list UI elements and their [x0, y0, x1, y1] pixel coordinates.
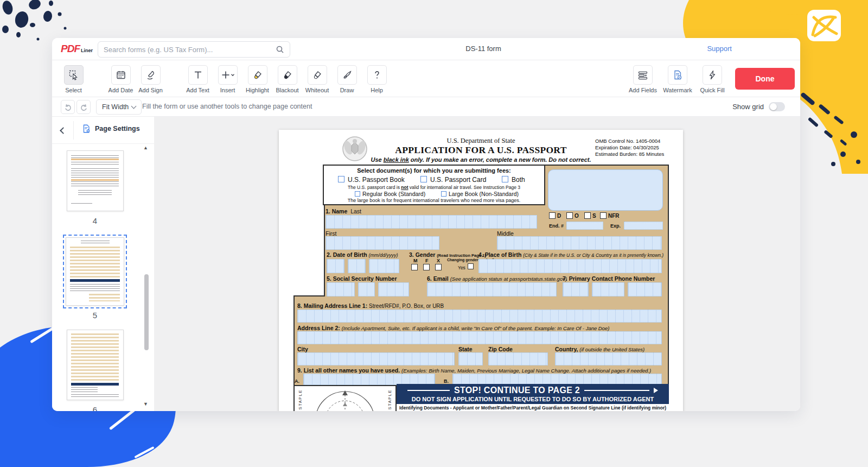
main-toolbar: Select Add Date Add Sign	[52, 60, 800, 97]
thumbnail-page-5[interactable]: 5	[66, 237, 124, 320]
passport-book-checkbox[interactable]	[338, 176, 344, 182]
code-nfr-checkbox[interactable]	[600, 212, 607, 219]
identifying-documents-label: Identifying Documents - Applicant or Mot…	[397, 404, 669, 411]
first-name-field[interactable]	[326, 236, 439, 250]
draw-tool-button[interactable]: Draw	[332, 65, 362, 93]
collapse-sidebar-button[interactable]	[56, 124, 69, 137]
zoom-mode-dropdown[interactable]: Fit Width	[96, 99, 142, 115]
dob-year-field[interactable]	[369, 259, 399, 273]
scrollbar-thumb[interactable]	[144, 274, 149, 350]
code-o-checkbox[interactable]	[566, 212, 573, 219]
ssn-field-2[interactable]	[358, 282, 375, 296]
ssn-field-3[interactable]	[378, 282, 409, 296]
add-date-tool-button[interactable]: Add Date	[106, 65, 136, 93]
insert-plus-icon	[221, 70, 235, 80]
add-sign-tool-button[interactable]: Add Sign	[136, 65, 165, 93]
other-name-a-field[interactable]	[303, 374, 435, 385]
gender-m-checkbox[interactable]	[411, 264, 418, 270]
undo-button[interactable]	[61, 100, 75, 114]
select-tool-button[interactable]: Select	[59, 65, 88, 93]
app-header: PDF Liner DS-11 form Support	[52, 38, 800, 60]
last-name-field[interactable]	[326, 215, 537, 229]
signature-pen-icon	[145, 70, 156, 80]
quick-fill-tool-button[interactable]: Quick Fill	[696, 65, 729, 93]
search-icon[interactable]	[276, 45, 284, 54]
done-button[interactable]: Done	[735, 68, 795, 90]
page-number: 6	[93, 405, 97, 411]
logo-pdf-text: PDF	[61, 43, 80, 55]
address-line2-field[interactable]	[297, 331, 662, 344]
dob-month-field[interactable]	[327, 259, 344, 273]
add-fields-tool-button[interactable]: Add Fields	[627, 65, 659, 93]
support-link[interactable]: Support	[707, 45, 732, 53]
card-note: The U.S. passport card is not valid for …	[324, 185, 544, 190]
watermark-tool-button[interactable]: Watermark	[661, 65, 694, 93]
watermark-icon	[672, 70, 683, 80]
state-field[interactable]	[458, 352, 483, 365]
passport-book-label: U.S. Passport Book	[348, 176, 405, 184]
barcode-field[interactable]	[548, 169, 663, 211]
show-grid-toggle[interactable]	[769, 102, 785, 111]
exp-field[interactable]	[624, 222, 663, 230]
dob-day-field[interactable]	[348, 259, 366, 273]
pdfliner-logo[interactable]: PDF Liner	[61, 43, 93, 55]
country-field[interactable]	[555, 352, 662, 365]
both-checkbox[interactable]	[502, 176, 508, 182]
phone-section-label: 7. Primary Contact Phone Number	[563, 275, 655, 282]
gender-yes-label: Yes	[458, 265, 465, 270]
redo-button[interactable]	[76, 100, 91, 114]
search-input[interactable]	[104, 46, 276, 54]
city-field[interactable]	[297, 352, 455, 365]
page-number: 5	[93, 311, 97, 320]
other-names-section-label: 9. List all other names you have used. (…	[297, 367, 651, 374]
code-d-checkbox[interactable]	[549, 212, 556, 219]
phone-field-3[interactable]	[628, 282, 662, 296]
thumbnail-page-6[interactable]: 6	[67, 330, 124, 411]
gender-f-checkbox[interactable]	[423, 264, 430, 270]
lightning-icon	[707, 70, 718, 80]
phone-field-1[interactable]	[563, 282, 589, 296]
code-s-checkbox[interactable]	[584, 212, 591, 219]
large-book-checkbox[interactable]	[441, 191, 446, 197]
ssn-field-1[interactable]	[327, 282, 355, 296]
help-tool-button[interactable]: Help	[362, 65, 392, 93]
insert-tool-button[interactable]: Insert	[213, 65, 242, 93]
document-title: DS-11 form	[432, 45, 535, 53]
pob-section-label: 4. Place of Birth (City & State if in th…	[478, 251, 663, 258]
thumbnail-page-4[interactable]: 4	[67, 150, 124, 225]
zip-field[interactable]	[488, 352, 548, 365]
secondary-toolbar: Fit Width Fill the form or use another t…	[52, 97, 800, 117]
ssn-section-label: 5. Social Security Number	[327, 275, 397, 282]
code-o-label: O	[575, 213, 579, 219]
redo-icon	[80, 103, 88, 111]
end-number-field[interactable]	[566, 222, 603, 230]
whiteout-tool-button[interactable]: Whiteout	[302, 65, 332, 93]
name-section-label: 1. Name Last	[326, 208, 361, 214]
middle-name-field[interactable]	[497, 236, 662, 250]
scroll-down-icon[interactable]: ▼	[143, 401, 148, 407]
country-label: Country, (if outside the United States)	[555, 346, 644, 352]
code-s-label: S	[592, 213, 596, 219]
large-book-label: Large Book (Non-Standard)	[449, 191, 519, 197]
highlight-tool-button[interactable]: Highlight	[242, 65, 272, 93]
email-field[interactable]	[427, 282, 557, 296]
gender-x-checkbox[interactable]	[435, 264, 442, 270]
page-settings-button[interactable]: Page Settings	[81, 124, 140, 134]
thumbnail-scrollbar[interactable]: ▲ ▼	[142, 144, 151, 408]
other-name-b-field[interactable]	[452, 374, 662, 385]
add-text-tool-button[interactable]: Add Text	[183, 65, 213, 93]
passport-card-label: U.S. Passport Card	[430, 176, 486, 184]
email-section-label: 6. Email (See application status at pass…	[427, 275, 567, 282]
place-of-birth-field[interactable]	[478, 259, 662, 273]
scroll-up-icon[interactable]: ▲	[143, 145, 148, 150]
undo-icon	[64, 103, 72, 111]
blackout-tool-button[interactable]: Blackout	[272, 65, 302, 93]
changing-gender-yes-checkbox[interactable]	[468, 263, 474, 269]
chevron-down-icon	[131, 104, 137, 109]
regular-book-checkbox[interactable]	[355, 191, 360, 197]
address-line1-field[interactable]	[297, 310, 662, 323]
address1-section-label: 8. Mailing Address Line 1: Street/RFD#, …	[297, 302, 444, 309]
passport-card-checkbox[interactable]	[420, 176, 427, 182]
address2-section-label: Address Line 2: (Include Apartment, Suit…	[297, 325, 609, 331]
phone-field-2[interactable]	[592, 282, 624, 296]
